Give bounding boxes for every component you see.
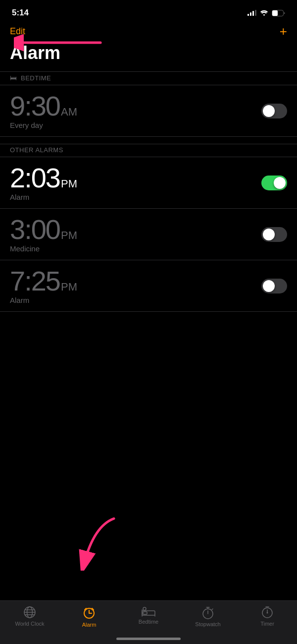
alarm-sublabel: Every day [10,121,77,129]
alarm-time-digits-725: 7:25 [10,267,60,295]
alarm-203pm[interactable]: 2:03 PM Alarm [0,157,297,208]
tab-timer[interactable]: Timer [238,606,297,627]
bedtime-label: BEDTIME [21,74,51,82]
battery-icon [272,10,285,16]
timer-icon [261,606,274,619]
alarm-725pm[interactable]: 7:25 PM Alarm [0,260,297,311]
toggle-knob-203 [274,177,286,189]
alarm-time-ampm: AM [61,106,77,118]
tab-alarm-label: Alarm [82,622,97,628]
nav-header: Edit + [0,22,297,40]
alarm-sublabel-725: Alarm [10,296,77,304]
status-icons [248,10,285,16]
home-indicator [116,638,181,640]
svg-rect-1 [272,10,278,16]
alarm-time-digits-203: 2:03 [10,164,60,192]
alarm-toggle-203[interactable] [261,176,287,190]
bedtime-section-header: 🛏 BEDTIME [0,72,297,85]
bed-section-icon: 🛏 [10,74,17,82]
tab-timer-label: Timer [260,621,274,627]
svg-point-19 [143,607,146,610]
alarm-left-300: 3:00 PM Medicine [10,216,77,253]
alarm-300pm[interactable]: 3:00 PM Medicine [0,209,297,260]
edit-button[interactable]: Edit [10,26,25,37]
divider-725-bottom [0,311,297,312]
toggle-knob [263,105,275,117]
alarm-time: 9:30 AM [10,92,77,120]
alarm-sublabel-203: Alarm [10,193,77,201]
tab-stopwatch-label: Stopwatch [195,621,220,627]
alarm-clock-icon [82,606,96,620]
alarm-left-725: 7:25 PM Alarm [10,267,77,304]
status-bar: 5:14 [0,0,297,22]
wifi-icon [260,10,268,16]
signal-icon [248,10,256,16]
alarm-time-300: 3:00 PM [10,216,77,243]
alarm-time-digits-300: 3:00 [10,216,60,243]
tab-bedtime-label: Bedtime [139,619,158,625]
alarm-time-725: 7:25 PM [10,267,77,295]
alarm-time-ampm-300: PM [61,229,77,242]
svg-line-24 [212,609,213,610]
other-alarms-section-header: OTHER ALARMS [0,144,297,157]
status-time: 5:14 [12,8,29,18]
tab-world-clock[interactable]: World Clock [0,606,59,627]
globe-icon [23,606,36,619]
tab-world-clock-label: World Clock [15,621,44,627]
alarm-toggle-725[interactable] [261,279,287,293]
page-title: Alarm [0,40,297,71]
tab-alarm[interactable]: Alarm [59,606,119,628]
tab-bedtime[interactable]: Bedtime [119,606,178,625]
alarm-time-ampm-203: PM [61,177,77,190]
alarm-toggle-300[interactable] [261,227,287,242]
tab-stopwatch[interactable]: Stopwatch [178,606,238,627]
stopwatch-icon [202,606,214,619]
alarm-toggle-930[interactable] [261,104,287,118]
alarm-left-203: 2:03 PM Alarm [10,164,77,201]
alarm-time-203: 2:03 PM [10,164,77,192]
svg-rect-16 [143,612,147,614]
alarm-time-digits: 9:30 [10,92,60,120]
alarm-time-ampm-725: PM [61,281,77,293]
toggle-knob-725 [263,280,275,292]
alarm-left: 9:30 AM Every day [10,92,77,129]
toggle-knob-300 [263,229,275,240]
add-button[interactable]: + [280,25,287,38]
svg-point-27 [267,612,268,614]
alarm-bedtime-930[interactable]: 9:30 AM Every day [0,85,297,136]
alarm-tab-arrow-annotation [69,516,134,571]
other-alarms-label: OTHER ALARMS [10,146,63,154]
bed-icon [142,606,155,617]
alarm-sublabel-300: Medicine [10,244,77,253]
